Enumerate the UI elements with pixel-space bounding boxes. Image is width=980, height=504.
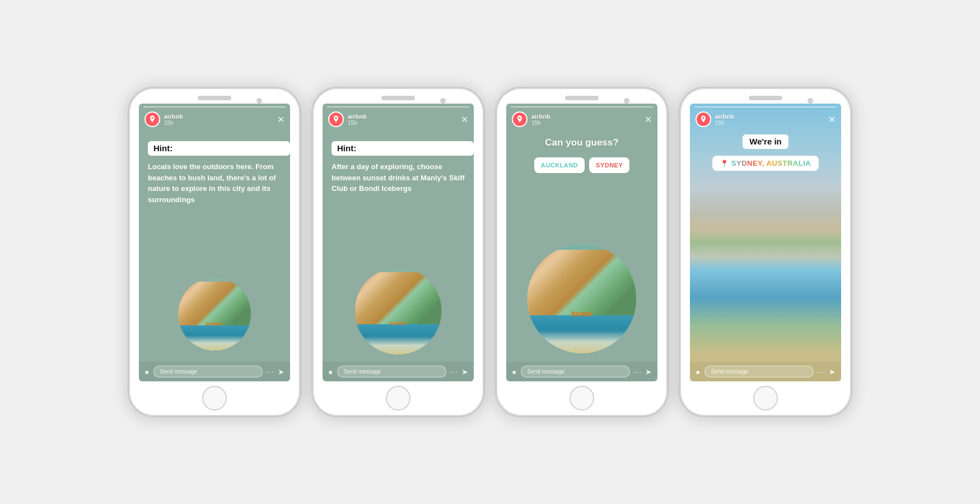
location-pin-icon: 📍 (720, 160, 729, 167)
bondi-houses-3 (528, 250, 637, 321)
phones-container: airbnb 15h ✕ Hint: Locals love the outdo… (116, 76, 864, 428)
story-username-4: airbnb (715, 113, 828, 120)
speaker-1 (198, 96, 231, 100)
airbnb-logo-3 (512, 111, 528, 127)
camera-2 (440, 98, 446, 104)
story-meta-3: airbnb 15h (531, 113, 645, 126)
hint-label-1: Hint: (153, 143, 172, 153)
send-message-1[interactable]: Send message (153, 366, 263, 377)
close-icon-1[interactable]: ✕ (277, 114, 284, 125)
camera-1 (256, 98, 262, 104)
bondi-big-image-3: BONDI (528, 244, 637, 353)
bondi-image-1: BONDI (178, 278, 251, 351)
bondi-image-2: BONDI (355, 268, 442, 354)
quiz-question: Can you guess? (545, 137, 618, 148)
big-circle-3: BONDI (528, 244, 637, 353)
screen-content-3: Can you guess? AUCKLAND SYDNEY BONDI (506, 104, 657, 381)
story-time-4: 15h (715, 120, 828, 126)
airbnb-logo-4 (696, 111, 711, 127)
more-icon-4[interactable]: ··· (817, 367, 825, 376)
close-icon-2[interactable]: ✕ (461, 114, 468, 125)
bondi-water-3 (528, 315, 637, 353)
were-in-text: We're in (749, 137, 781, 146)
phone-3: airbnb 15h ✕ Can you guess? AUCKLAND SYD… (495, 87, 669, 417)
story-username-3: airbnb (531, 113, 645, 120)
phone-4: airbnb 15h ✕ We're in 📍 SYDNEY, AUSTRALI… (679, 87, 852, 417)
story-meta-1: airbnb 15h (164, 113, 277, 126)
camera-icon-1[interactable]: ● (144, 367, 149, 376)
home-button-4[interactable] (753, 386, 778, 410)
bondi-houses-2 (355, 272, 442, 329)
phone-screen-4: airbnb 15h ✕ We're in 📍 SYDNEY, AUSTRALI… (690, 104, 841, 381)
phone-top-bar-3 (496, 88, 668, 104)
phone-2: airbnb 15h ✕ Hint: After a day of explor… (311, 87, 485, 417)
story-time-3: 15h (531, 120, 645, 126)
story-footer-4: ● Send message ··· ➤ (690, 362, 841, 381)
quiz-option-auckland[interactable]: AUCKLAND (534, 157, 585, 173)
airbnb-icon-4 (699, 115, 708, 124)
airbnb-logo-2 (328, 111, 344, 127)
speaker-2 (381, 96, 415, 100)
hint-body-2: After a day of exploring, choose between… (323, 161, 474, 194)
phone-1: airbnb 15h ✕ Hint: Locals love the outdo… (128, 87, 301, 417)
bondi-text-2: BONDI (390, 321, 407, 326)
phone-screen-1: airbnb 15h ✕ Hint: Locals love the outdo… (139, 104, 290, 381)
story-username-1: airbnb (164, 113, 277, 120)
story-header-2: airbnb 15h ✕ (323, 104, 474, 130)
quiz-option-sydney[interactable]: SYDNEY (589, 157, 629, 173)
bondi-text-1: BONDI (206, 321, 223, 326)
story-footer-3: ● Send message ··· ➤ (506, 362, 657, 381)
story-header-4: airbnb 15h ✕ (690, 104, 841, 130)
close-icon-3[interactable]: ✕ (645, 114, 652, 125)
story-username-2: airbnb (348, 113, 461, 120)
hint-badge-2: Hint: (332, 141, 474, 156)
camera-4 (808, 98, 813, 104)
story-footer-2: ● Send message ··· ➤ (323, 362, 474, 381)
screen-content-2: Hint: After a day of exploring, choose b… (323, 104, 474, 381)
story-header-1: airbnb 15h ✕ (139, 104, 290, 130)
phone-screen-3: airbnb 15h ✕ Can you guess? AUCKLAND SYD… (506, 104, 657, 381)
home-button-2[interactable] (386, 386, 410, 410)
more-icon-1[interactable]: ··· (266, 367, 274, 376)
send-icon-3[interactable]: ➤ (645, 367, 652, 376)
phone-top-bar-1 (129, 88, 300, 104)
were-in-badge: We're in (743, 134, 788, 149)
airbnb-icon-2 (332, 115, 340, 124)
close-icon-4[interactable]: ✕ (828, 114, 836, 125)
hint-label-2: Hint: (337, 143, 356, 153)
send-message-3[interactable]: Send message (521, 366, 630, 377)
phone-screen-2: airbnb 15h ✕ Hint: After a day of explor… (323, 104, 474, 381)
send-icon-1[interactable]: ➤ (278, 367, 284, 376)
story-header-3: airbnb 15h ✕ (506, 104, 657, 130)
phone-top-bar-2 (312, 88, 484, 104)
circle-image-2: BONDI (355, 268, 442, 354)
location-text: SYDNEY, AUSTRALIA (731, 159, 811, 167)
camera-icon-2[interactable]: ● (328, 367, 333, 376)
speaker-4 (749, 96, 782, 100)
camera-icon-3[interactable]: ● (512, 367, 516, 376)
home-button-1[interactable] (202, 386, 227, 410)
send-icon-4[interactable]: ➤ (829, 367, 836, 376)
phone-top-bar-4 (680, 88, 851, 104)
location-badge: 📍 SYDNEY, AUSTRALIA (712, 156, 819, 171)
home-button-3[interactable] (570, 386, 594, 410)
airbnb-icon-3 (515, 115, 524, 124)
bondi-water-2 (355, 324, 442, 354)
camera-icon-4[interactable]: ● (696, 367, 700, 376)
quiz-options: AUCKLAND SYDNEY (534, 157, 630, 173)
story-time-1: 15h (164, 120, 277, 126)
bondi-water-1 (178, 325, 251, 351)
hint-badge-1: Hint: (148, 141, 290, 156)
hint-body-1: Locals love the outdoors here. From beac… (139, 161, 290, 205)
send-icon-2[interactable]: ➤ (461, 367, 468, 376)
more-icon-3[interactable]: ··· (633, 367, 642, 376)
more-icon-2[interactable]: ··· (450, 367, 458, 376)
send-message-4[interactable]: Send message (704, 366, 814, 377)
story-meta-4: airbnb 15h (715, 113, 828, 126)
screen-content-4: We're in 📍 SYDNEY, AUSTRALIA (690, 134, 841, 171)
screen-content-1: Hint: Locals love the outdoors here. Fro… (139, 104, 290, 381)
camera-3 (624, 98, 629, 104)
story-meta-2: airbnb 15h (348, 113, 461, 126)
story-footer-1: ● Send message ··· ➤ (139, 362, 290, 381)
send-message-2[interactable]: Send message (337, 366, 446, 377)
